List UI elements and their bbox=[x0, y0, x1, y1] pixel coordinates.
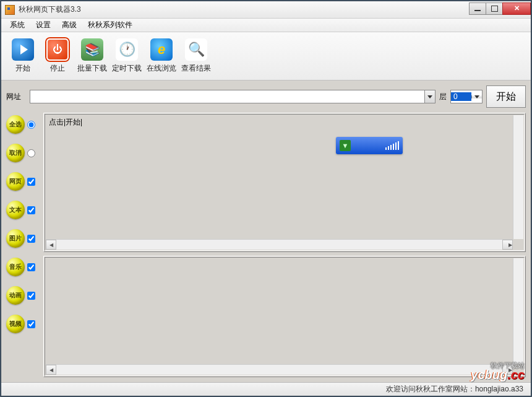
lower-pane bbox=[43, 256, 526, 377]
cancel-radio[interactable] bbox=[27, 149, 35, 157]
upper-scrollbar-horizontal[interactable] bbox=[46, 239, 513, 250]
panes: 点击|开始| bbox=[43, 113, 526, 377]
orb-icon: 文本 bbox=[6, 201, 25, 219]
url-input[interactable] bbox=[30, 90, 424, 103]
toolbar-start-label: 开始 bbox=[15, 63, 30, 74]
upper-pane-content: 点击|开始| bbox=[45, 115, 524, 240]
app-window: 秋秋网页下载器3.3 系统 设置 高级 秋秋系列软件 开始 停止 批量下载 定时… bbox=[1, 1, 531, 396]
orb-icon: 图片 bbox=[6, 229, 25, 248]
sidebar-item-animation[interactable]: 动画 bbox=[6, 286, 40, 305]
url-row: 网址 层 0 开始 bbox=[6, 85, 526, 108]
url-label: 网址 bbox=[6, 92, 26, 102]
menubar: 系统 设置 高级 秋秋系列软件 bbox=[1, 19, 531, 32]
download-widget[interactable] bbox=[336, 137, 403, 154]
menu-advanced[interactable]: 高级 bbox=[57, 18, 82, 32]
lower-scrollbar-vertical[interactable] bbox=[513, 258, 523, 364]
scroll-right-button[interactable] bbox=[502, 240, 513, 250]
toolbar-batch-button[interactable]: 批量下载 bbox=[77, 38, 108, 74]
sidebar-item-music[interactable]: 音乐 bbox=[6, 258, 40, 276]
music-checkbox[interactable] bbox=[27, 263, 35, 271]
toolbar-timer-button[interactable]: 定时下载 bbox=[111, 38, 142, 74]
magnifier-icon bbox=[185, 38, 207, 61]
image-checkbox[interactable] bbox=[27, 235, 35, 243]
batch-download-icon bbox=[81, 38, 103, 61]
orb-icon: 音乐 bbox=[6, 258, 25, 276]
url-combobox[interactable] bbox=[30, 90, 435, 103]
play-icon bbox=[12, 38, 34, 61]
sidebar-item-text[interactable]: 文本 bbox=[6, 201, 40, 219]
minimize-button[interactable] bbox=[469, 2, 486, 15]
toolbar-results-button[interactable]: 查看结果 bbox=[181, 38, 212, 74]
window-controls bbox=[470, 2, 531, 15]
layer-value: 0 bbox=[451, 92, 471, 101]
orb-icon: 动画 bbox=[6, 286, 25, 305]
toolbar-stop-button[interactable]: 停止 bbox=[42, 38, 73, 74]
sidebar-item-video[interactable]: 视频 bbox=[6, 315, 40, 333]
toolbar-browse-label: 在线浏览 bbox=[147, 63, 176, 74]
scroll-right-button[interactable] bbox=[502, 365, 513, 375]
app-icon bbox=[5, 5, 15, 15]
menu-settings[interactable]: 设置 bbox=[31, 18, 56, 32]
upper-scrollbar-vertical[interactable] bbox=[513, 115, 523, 239]
internet-explorer-icon bbox=[150, 38, 173, 61]
status-text: 欢迎访问秋秋工作室网站：honglajiao.a33 bbox=[386, 384, 523, 395]
close-button[interactable] bbox=[502, 2, 531, 15]
lower-pane-content bbox=[45, 258, 524, 365]
statusbar: 欢迎访问秋秋工作室网站：honglajiao.a33 bbox=[1, 382, 531, 396]
orb-icon: 网页 bbox=[6, 172, 25, 191]
layer-dropdown-button[interactable] bbox=[471, 95, 482, 98]
scroll-left-button[interactable] bbox=[46, 240, 56, 250]
layer-combobox[interactable]: 0 bbox=[450, 90, 483, 103]
titlebar: 秋秋网页下载器3.3 bbox=[1, 1, 531, 19]
text-checkbox[interactable] bbox=[27, 206, 35, 214]
sidebar-item-image[interactable]: 图片 bbox=[6, 229, 40, 248]
sidebar-item-webpage[interactable]: 网页 bbox=[6, 172, 40, 191]
window-title: 秋秋网页下载器3.3 bbox=[19, 4, 470, 15]
menu-qiuqiu-series[interactable]: 秋秋系列软件 bbox=[83, 18, 137, 32]
url-dropdown-button[interactable] bbox=[424, 90, 435, 103]
toolbar: 开始 停止 批量下载 定时下载 在线浏览 查看结果 bbox=[1, 32, 531, 81]
scroll-left-button[interactable] bbox=[46, 365, 56, 375]
layer-label: 层 bbox=[439, 92, 447, 102]
toolbar-timer-label: 定时下载 bbox=[112, 63, 142, 74]
orb-icon: 取消 bbox=[6, 144, 25, 162]
toolbar-browse-button[interactable]: 在线浏览 bbox=[146, 38, 177, 74]
hint-text: 点击|开始| bbox=[49, 118, 82, 126]
orb-icon: 全选 bbox=[6, 115, 25, 134]
download-arrow-icon bbox=[340, 140, 351, 151]
upper-pane: 点击|开始| bbox=[43, 113, 526, 252]
client-area: 网址 层 0 开始 全选 取消 bbox=[1, 81, 531, 382]
sidebar-item-select-all[interactable]: 全选 bbox=[6, 115, 40, 134]
sidebar: 全选 取消 网页 文本 图片 bbox=[6, 113, 40, 377]
toolbar-start-button[interactable]: 开始 bbox=[7, 38, 38, 74]
webpage-checkbox[interactable] bbox=[27, 178, 35, 186]
start-button[interactable]: 开始 bbox=[486, 85, 526, 108]
maximize-button[interactable] bbox=[486, 2, 503, 15]
sidebar-item-cancel[interactable]: 取消 bbox=[6, 144, 40, 162]
select-all-radio[interactable] bbox=[27, 121, 35, 129]
orb-icon: 视频 bbox=[6, 315, 25, 333]
video-checkbox[interactable] bbox=[27, 320, 35, 328]
toolbar-results-label: 查看结果 bbox=[181, 63, 211, 74]
toolbar-stop-label: 停止 bbox=[50, 63, 65, 74]
toolbar-batch-label: 批量下载 bbox=[77, 63, 107, 74]
lower-scrollbar-horizontal[interactable] bbox=[46, 364, 513, 375]
timer-icon bbox=[116, 38, 138, 61]
menu-system[interactable]: 系统 bbox=[5, 18, 30, 32]
animation-checkbox[interactable] bbox=[27, 292, 35, 300]
main-area: 全选 取消 网页 文本 图片 bbox=[6, 113, 526, 377]
stop-icon bbox=[46, 38, 69, 61]
signal-bars-icon bbox=[385, 141, 399, 150]
